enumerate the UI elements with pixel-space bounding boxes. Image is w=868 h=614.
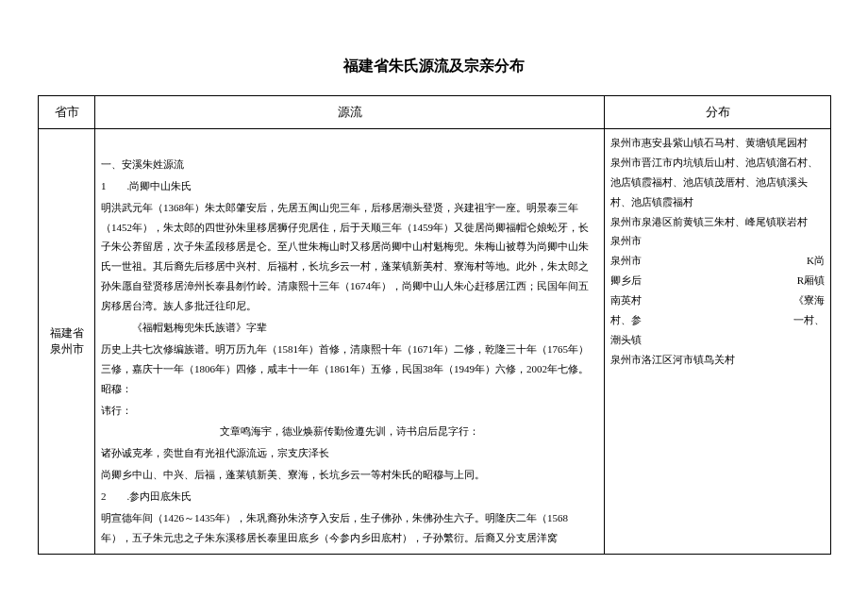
origin-p6: 讳行： bbox=[101, 401, 598, 421]
origin-p4: 《福帽魁梅兜朱氏族谱》字辈 bbox=[101, 318, 598, 338]
dist-d5: 泉州市K尚 bbox=[610, 251, 825, 271]
main-table: 省市 源流 分布 福建省泉州市 一、安溪朱姓源流 1 .尚卿中山朱氏 明洪武元年… bbox=[38, 95, 831, 555]
header-province: 省市 bbox=[39, 96, 95, 129]
dist-d10: 泉州市洛江区河市镇鸟关村 bbox=[610, 350, 825, 370]
dist-d1: 泉州市惠安县紫山镇石马村、黄塘镇尾园村 bbox=[610, 133, 825, 153]
origin-p5: 历史上共七次修编族谱。明万历九年（1581年）首修，清康熙十年（1671年）二修… bbox=[101, 340, 598, 399]
origin-p2: 1 .尚卿中山朱氏 bbox=[101, 176, 598, 196]
dist-d7: 南英村《寮海 bbox=[610, 290, 825, 310]
dist-d8: 村、参一村、 bbox=[610, 310, 825, 330]
header-origin: 源流 bbox=[95, 96, 605, 129]
dist-d3: 泉州市泉港区前黄镇三朱村、峰尾镇联岩村 bbox=[610, 212, 825, 232]
dist-d6: 卿乡后R厢镇 bbox=[610, 271, 825, 290]
table-header-row: 省市 源流 分布 bbox=[39, 96, 831, 129]
origin-p11: 明宣德年间（1426～1435年），朱巩裔孙朱济亨入安后，生子佛孙，朱佛孙生六子… bbox=[101, 508, 598, 548]
origin-p9: 尚卿乡中山、中兴、后福，蓬莱镇新美、寮海，长坑乡云一等村朱氏的昭穆与上同。 bbox=[101, 465, 598, 485]
origin-p1: 一、安溪朱姓源流 bbox=[101, 155, 598, 174]
origin-p8: 诸孙诚克孝，奕世自有光祖代源流远，宗支庆泽长 bbox=[101, 443, 598, 463]
dist-d2: 泉州市晋江市内坑镇后山村、池店镇溜石村、池店镇霞福村、池店镇茂厝村、池店镇溪头村… bbox=[610, 153, 825, 212]
dist-d9: 潮头镇 bbox=[610, 330, 825, 350]
origin-p10: 2 .参内田底朱氏 bbox=[101, 487, 598, 506]
origin-p7: 文章鸣海宇，德业焕薪传勤俭遵先训，诗书启后昆字行： bbox=[101, 422, 598, 441]
table-row: 福建省泉州市 一、安溪朱姓源流 1 .尚卿中山朱氏 明洪武元年（1368年）朱太… bbox=[39, 129, 831, 555]
dist-d4: 泉州市 bbox=[610, 231, 825, 251]
page-title: 福建省朱氏源流及宗亲分布 bbox=[38, 57, 830, 76]
origin-cell: 一、安溪朱姓源流 1 .尚卿中山朱氏 明洪武元年（1368年）朱太郎肇安后，先居… bbox=[95, 129, 605, 555]
origin-p3: 明洪武元年（1368年）朱太郎肇安后，先居五闽山兜三年，后移居潮头登贤，兴建祖宇… bbox=[101, 198, 598, 316]
province-cell: 福建省泉州市 bbox=[39, 129, 95, 555]
header-distribution: 分布 bbox=[605, 96, 831, 129]
distribution-cell: 泉州市惠安县紫山镇石马村、黄塘镇尾园村 泉州市晋江市内坑镇后山村、池店镇溜石村、… bbox=[605, 129, 831, 555]
